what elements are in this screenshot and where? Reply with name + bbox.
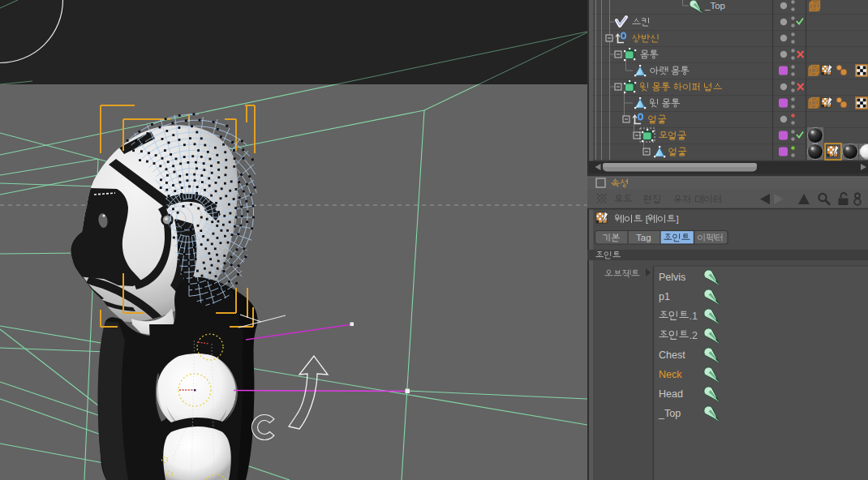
svg-text:Head: Head [659, 388, 683, 400]
svg-text:Tag: Tag [636, 233, 651, 242]
svg-text:.1: .1 [690, 311, 698, 322]
svg-text:]: ] [676, 214, 678, 224]
svg-text:[: [ [643, 214, 649, 224]
svg-text:_Top: _Top [658, 408, 681, 419]
svg-text:p1: p1 [659, 291, 670, 302]
svg-text:_Top: _Top [704, 1, 725, 11]
svg-text:.2: .2 [690, 330, 698, 341]
svg-text:Chest: Chest [659, 349, 685, 361]
svg-text:Pelvis: Pelvis [659, 272, 685, 283]
svg-text:Neck: Neck [659, 369, 682, 380]
